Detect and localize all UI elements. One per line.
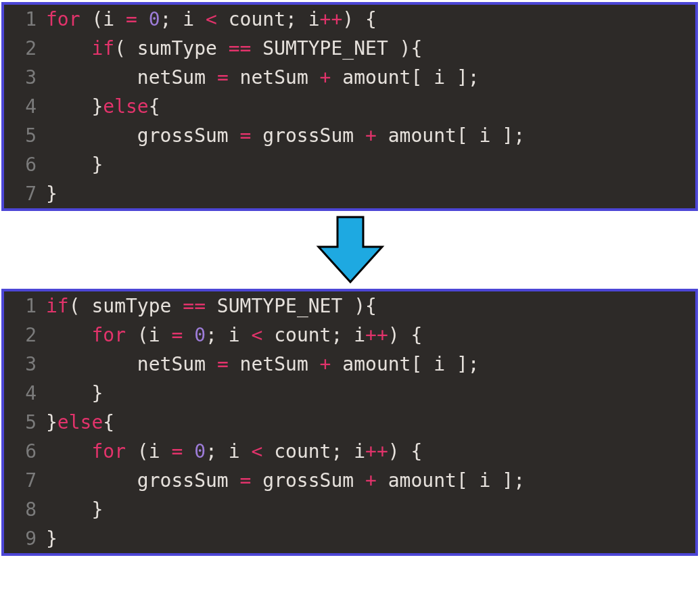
arrow-transform bbox=[0, 211, 700, 289]
code-line: 7 grossSum = grossSum + amount[ i ]; bbox=[4, 466, 695, 495]
line-number: 5 bbox=[4, 408, 46, 437]
code-content: netSum = netSum + amount[ i ]; bbox=[46, 63, 695, 92]
code-content: for (i = 0; i < count; i++) { bbox=[46, 437, 695, 466]
code-content: } bbox=[46, 179, 695, 208]
code-line: 5 grossSum = grossSum + amount[ i ]; bbox=[4, 121, 695, 150]
line-number: 2 bbox=[4, 34, 46, 63]
line-number: 7 bbox=[4, 179, 46, 208]
line-number: 4 bbox=[4, 92, 46, 121]
code-content: }else{ bbox=[46, 408, 695, 437]
code-content: } bbox=[46, 524, 695, 553]
code-line: 9} bbox=[4, 524, 695, 553]
code-line: 1if( sumType == SUMTYPE_NET ){ bbox=[4, 291, 695, 321]
line-number: 9 bbox=[4, 524, 46, 553]
code-line: 6 } bbox=[4, 150, 695, 179]
code-line: 1for (i = 0; i < count; i++) { bbox=[4, 5, 695, 34]
code-content: for (i = 0; i < count; i++) { bbox=[46, 321, 695, 350]
code-content: if( sumType == SUMTYPE_NET ){ bbox=[46, 34, 695, 63]
code-line: 7} bbox=[4, 179, 695, 208]
line-number: 3 bbox=[4, 63, 46, 92]
code-line: 5}else{ bbox=[4, 408, 695, 437]
line-number: 3 bbox=[4, 350, 46, 379]
code-line: 3 netSum = netSum + amount[ i ]; bbox=[4, 350, 695, 379]
code-content: grossSum = grossSum + amount[ i ]; bbox=[46, 466, 695, 495]
line-number: 2 bbox=[4, 321, 46, 350]
code-line: 3 netSum = netSum + amount[ i ]; bbox=[4, 63, 695, 92]
code-content: }else{ bbox=[46, 92, 695, 121]
code-content: } bbox=[46, 379, 695, 408]
code-line: 6 for (i = 0; i < count; i++) { bbox=[4, 437, 695, 466]
line-number: 4 bbox=[4, 379, 46, 408]
code-content: if( sumType == SUMTYPE_NET ){ bbox=[46, 291, 695, 321]
line-number: 7 bbox=[4, 466, 46, 495]
code-content: for (i = 0; i < count; i++) { bbox=[46, 5, 695, 34]
code-content: } bbox=[46, 150, 695, 179]
code-line: 2 if( sumType == SUMTYPE_NET ){ bbox=[4, 34, 695, 63]
code-content: netSum = netSum + amount[ i ]; bbox=[46, 350, 695, 379]
line-number: 8 bbox=[4, 495, 46, 524]
code-content: grossSum = grossSum + amount[ i ]; bbox=[46, 121, 695, 150]
arrow-down-icon bbox=[313, 214, 388, 285]
line-number: 6 bbox=[4, 150, 46, 179]
code-content: } bbox=[46, 495, 695, 524]
line-number: 5 bbox=[4, 121, 46, 150]
line-number: 1 bbox=[4, 5, 46, 34]
code-line: 8 } bbox=[4, 495, 695, 524]
line-number: 1 bbox=[4, 291, 46, 321]
code-block-before: 1for (i = 0; i < count; i++) {2 if( sumT… bbox=[1, 2, 698, 211]
code-block-after: 1if( sumType == SUMTYPE_NET ){2 for (i =… bbox=[1, 289, 698, 556]
code-line: 4 } bbox=[4, 379, 695, 408]
code-line: 4 }else{ bbox=[4, 92, 695, 121]
code-line: 2 for (i = 0; i < count; i++) { bbox=[4, 321, 695, 350]
line-number: 6 bbox=[4, 437, 46, 466]
